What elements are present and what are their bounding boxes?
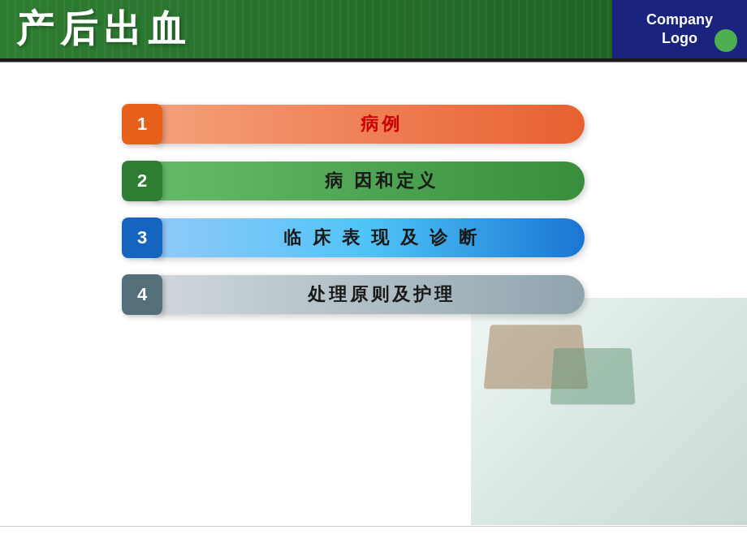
menu-number-3: 3 <box>122 218 162 258</box>
menu-number-4: 4 <box>122 274 162 315</box>
menu-item-1[interactable]: 1 病例 <box>130 103 585 145</box>
menu-bar-1: 病例 <box>154 105 585 144</box>
menu-bar-4: 处理原则及护理 <box>154 275 585 314</box>
footer-line <box>0 526 747 527</box>
logo-circle <box>715 29 737 52</box>
company-logo-box: Company Logo <box>612 0 747 58</box>
company-logo-text: Company Logo <box>646 11 713 49</box>
menu-bar-2: 病 因和定义 <box>154 162 585 200</box>
menu-bar-3: 临 床 表 现 及 诊 断 <box>154 218 585 257</box>
menu-number-1: 1 <box>122 104 162 144</box>
menu-container: 1 病例 2 病 因和定义 3 临 床 表 现 及 诊 断 <box>0 103 747 316</box>
menu-item-3[interactable]: 3 临 床 表 现 及 诊 断 <box>130 217 585 259</box>
page-title: 产后出血 <box>0 4 192 54</box>
menu-item-2[interactable]: 2 病 因和定义 <box>130 160 585 202</box>
menu-number-2: 2 <box>122 161 162 201</box>
menu-item-4[interactable]: 4 处理原则及护理 <box>130 274 585 316</box>
header: 产后出血 Company Logo <box>0 0 747 58</box>
background-image <box>471 298 747 525</box>
main-content: www.lizippt.com.cn 1 病例 2 病 因和定义 3 <box>0 62 747 541</box>
